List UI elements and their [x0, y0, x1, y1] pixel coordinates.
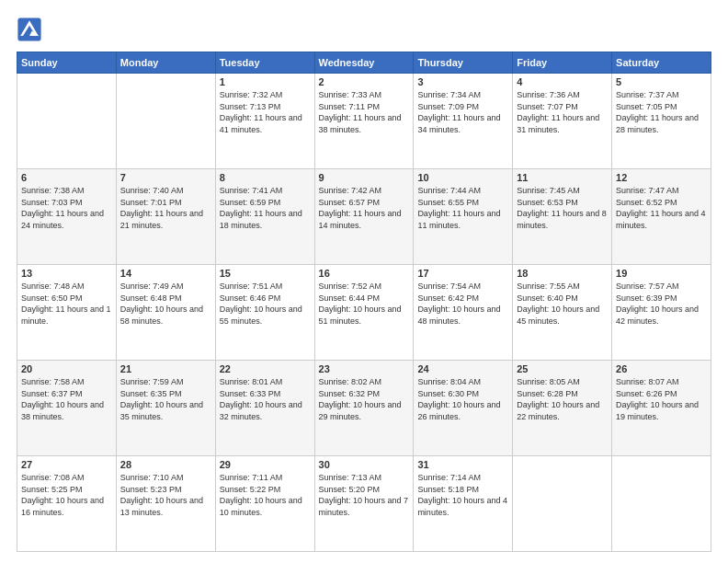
- day-number: 19: [616, 268, 707, 279]
- weekday-header-friday: Friday: [513, 52, 612, 74]
- calendar-cell: 31Sunrise: 7:14 AM Sunset: 5:18 PM Dayli…: [414, 456, 513, 552]
- calendar-cell: 23Sunrise: 8:02 AM Sunset: 6:32 PM Dayli…: [314, 361, 414, 456]
- calendar-cell: [513, 456, 612, 552]
- calendar-week-5: 27Sunrise: 7:08 AM Sunset: 5:25 PM Dayli…: [17, 456, 711, 552]
- day-number: 22: [220, 363, 311, 374]
- weekday-header-thursday: Thursday: [414, 52, 513, 74]
- cell-info: Sunrise: 8:05 AM Sunset: 6:28 PM Dayligh…: [517, 376, 608, 422]
- day-number: 13: [21, 268, 112, 279]
- calendar-cell: 8Sunrise: 7:41 AM Sunset: 6:59 PM Daylig…: [215, 169, 314, 265]
- cell-info: Sunrise: 7:32 AM Sunset: 7:13 PM Dayligh…: [220, 89, 311, 135]
- calendar-week-3: 13Sunrise: 7:48 AM Sunset: 6:50 PM Dayli…: [17, 265, 711, 361]
- cell-info: Sunrise: 7:49 AM Sunset: 6:48 PM Dayligh…: [120, 281, 211, 327]
- cell-info: Sunrise: 7:37 AM Sunset: 7:05 PM Dayligh…: [616, 89, 707, 135]
- cell-info: Sunrise: 7:40 AM Sunset: 7:01 PM Dayligh…: [120, 185, 211, 231]
- calendar-cell: 3Sunrise: 7:34 AM Sunset: 7:09 PM Daylig…: [414, 74, 513, 169]
- calendar-cell: 6Sunrise: 7:38 AM Sunset: 7:03 PM Daylig…: [17, 169, 117, 265]
- day-number: 11: [517, 172, 608, 183]
- day-number: 27: [21, 459, 112, 470]
- cell-info: Sunrise: 7:38 AM Sunset: 7:03 PM Dayligh…: [21, 185, 112, 231]
- cell-info: Sunrise: 7:45 AM Sunset: 6:53 PM Dayligh…: [517, 185, 608, 231]
- header: [17, 17, 711, 42]
- day-number: 8: [220, 172, 311, 183]
- page: SundayMondayTuesdayWednesdayThursdayFrid…: [0, 0, 728, 563]
- cell-info: Sunrise: 8:04 AM Sunset: 6:30 PM Dayligh…: [417, 376, 508, 422]
- calendar-cell: 22Sunrise: 8:01 AM Sunset: 6:33 PM Dayli…: [215, 361, 314, 456]
- calendar-cell: 19Sunrise: 7:57 AM Sunset: 6:39 PM Dayli…: [612, 265, 711, 361]
- calendar-cell: 15Sunrise: 7:51 AM Sunset: 6:46 PM Dayli…: [215, 265, 314, 361]
- cell-info: Sunrise: 8:02 AM Sunset: 6:32 PM Dayligh…: [319, 376, 410, 422]
- day-number: 1: [220, 76, 311, 87]
- cell-info: Sunrise: 7:33 AM Sunset: 7:11 PM Dayligh…: [319, 89, 410, 135]
- day-number: 6: [21, 172, 112, 183]
- day-number: 26: [616, 363, 707, 374]
- cell-info: Sunrise: 7:41 AM Sunset: 6:59 PM Dayligh…: [220, 185, 311, 231]
- cell-info: Sunrise: 7:55 AM Sunset: 6:40 PM Dayligh…: [517, 281, 608, 327]
- cell-info: Sunrise: 7:08 AM Sunset: 5:25 PM Dayligh…: [21, 472, 112, 518]
- day-number: 23: [319, 363, 410, 374]
- day-number: 4: [517, 76, 608, 87]
- calendar-cell: 17Sunrise: 7:54 AM Sunset: 6:42 PM Dayli…: [414, 265, 513, 361]
- cell-info: Sunrise: 7:11 AM Sunset: 5:22 PM Dayligh…: [220, 472, 311, 518]
- weekday-header-row: SundayMondayTuesdayWednesdayThursdayFrid…: [17, 52, 711, 74]
- calendar-cell: 28Sunrise: 7:10 AM Sunset: 5:23 PM Dayli…: [116, 456, 215, 552]
- day-number: 17: [417, 268, 508, 279]
- cell-info: Sunrise: 7:42 AM Sunset: 6:57 PM Dayligh…: [319, 185, 410, 231]
- day-number: 15: [220, 268, 311, 279]
- weekday-header-sunday: Sunday: [17, 52, 117, 74]
- day-number: 28: [120, 459, 211, 470]
- cell-info: Sunrise: 8:01 AM Sunset: 6:33 PM Dayligh…: [220, 376, 311, 422]
- cell-info: Sunrise: 7:52 AM Sunset: 6:44 PM Dayligh…: [319, 281, 410, 327]
- day-number: 21: [120, 363, 211, 374]
- cell-info: Sunrise: 7:58 AM Sunset: 6:37 PM Dayligh…: [21, 376, 112, 422]
- weekday-header-wednesday: Wednesday: [314, 52, 414, 74]
- calendar-cell: [612, 456, 711, 552]
- calendar-cell: 14Sunrise: 7:49 AM Sunset: 6:48 PM Dayli…: [116, 265, 215, 361]
- logo: [17, 17, 46, 42]
- day-number: 25: [517, 363, 608, 374]
- calendar-cell: 4Sunrise: 7:36 AM Sunset: 7:07 PM Daylig…: [513, 74, 612, 169]
- day-number: 7: [120, 172, 211, 183]
- cell-info: Sunrise: 8:07 AM Sunset: 6:26 PM Dayligh…: [616, 376, 707, 422]
- calendar-cell: 18Sunrise: 7:55 AM Sunset: 6:40 PM Dayli…: [513, 265, 612, 361]
- day-number: 18: [517, 268, 608, 279]
- calendar-cell: 29Sunrise: 7:11 AM Sunset: 5:22 PM Dayli…: [215, 456, 314, 552]
- day-number: 20: [21, 363, 112, 374]
- calendar-cell: 25Sunrise: 8:05 AM Sunset: 6:28 PM Dayli…: [513, 361, 612, 456]
- cell-info: Sunrise: 7:10 AM Sunset: 5:23 PM Dayligh…: [120, 472, 211, 518]
- weekday-header-tuesday: Tuesday: [215, 52, 314, 74]
- day-number: 3: [417, 76, 508, 87]
- calendar-cell: 11Sunrise: 7:45 AM Sunset: 6:53 PM Dayli…: [513, 169, 612, 265]
- day-number: 14: [120, 268, 211, 279]
- calendar-cell: 16Sunrise: 7:52 AM Sunset: 6:44 PM Dayli…: [314, 265, 414, 361]
- day-number: 2: [319, 76, 410, 87]
- day-number: 24: [417, 363, 508, 374]
- cell-info: Sunrise: 7:48 AM Sunset: 6:50 PM Dayligh…: [21, 281, 112, 327]
- calendar-cell: 13Sunrise: 7:48 AM Sunset: 6:50 PM Dayli…: [17, 265, 117, 361]
- day-number: 30: [319, 459, 410, 470]
- logo-icon: [17, 17, 42, 42]
- calendar-week-2: 6Sunrise: 7:38 AM Sunset: 7:03 PM Daylig…: [17, 169, 711, 265]
- cell-info: Sunrise: 7:51 AM Sunset: 6:46 PM Dayligh…: [220, 281, 311, 327]
- calendar-week-4: 20Sunrise: 7:58 AM Sunset: 6:37 PM Dayli…: [17, 361, 711, 456]
- calendar-cell: 9Sunrise: 7:42 AM Sunset: 6:57 PM Daylig…: [314, 169, 414, 265]
- day-number: 31: [417, 459, 508, 470]
- calendar-week-1: 1Sunrise: 7:32 AM Sunset: 7:13 PM Daylig…: [17, 74, 711, 169]
- calendar-cell: 1Sunrise: 7:32 AM Sunset: 7:13 PM Daylig…: [215, 74, 314, 169]
- calendar-cell: 24Sunrise: 8:04 AM Sunset: 6:30 PM Dayli…: [414, 361, 513, 456]
- day-number: 12: [616, 172, 707, 183]
- calendar-cell: 21Sunrise: 7:59 AM Sunset: 6:35 PM Dayli…: [116, 361, 215, 456]
- weekday-header-saturday: Saturday: [612, 52, 711, 74]
- calendar-cell: 7Sunrise: 7:40 AM Sunset: 7:01 PM Daylig…: [116, 169, 215, 265]
- calendar-cell: 10Sunrise: 7:44 AM Sunset: 6:55 PM Dayli…: [414, 169, 513, 265]
- cell-info: Sunrise: 7:36 AM Sunset: 7:07 PM Dayligh…: [517, 89, 608, 135]
- day-number: 9: [319, 172, 410, 183]
- calendar: SundayMondayTuesdayWednesdayThursdayFrid…: [17, 52, 711, 552]
- cell-info: Sunrise: 7:13 AM Sunset: 5:20 PM Dayligh…: [319, 472, 410, 518]
- cell-info: Sunrise: 7:57 AM Sunset: 6:39 PM Dayligh…: [616, 281, 707, 327]
- cell-info: Sunrise: 7:54 AM Sunset: 6:42 PM Dayligh…: [417, 281, 508, 327]
- calendar-body: 1Sunrise: 7:32 AM Sunset: 7:13 PM Daylig…: [17, 74, 711, 552]
- cell-info: Sunrise: 7:14 AM Sunset: 5:18 PM Dayligh…: [417, 472, 508, 518]
- day-number: 5: [616, 76, 707, 87]
- calendar-cell: 2Sunrise: 7:33 AM Sunset: 7:11 PM Daylig…: [314, 74, 414, 169]
